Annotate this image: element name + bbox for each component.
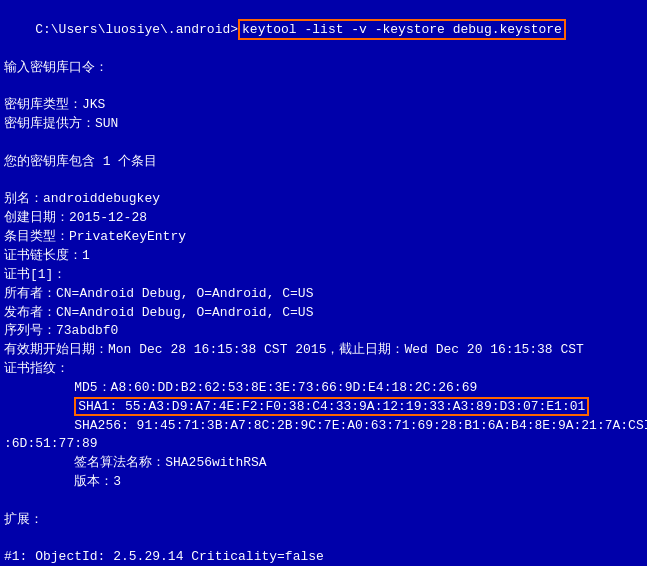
blank-line-4: [4, 492, 643, 511]
cert-fingerprint-line: 证书指纹：: [4, 360, 643, 379]
keystore-provider-line: 密钥库提供方：SUN: [4, 115, 643, 134]
terminal-window: C:\Users\luosiye\.android>keytool -list …: [0, 0, 647, 566]
sha256-cont-line: :6D:51:77:89: [4, 435, 643, 454]
issuer-line: 发布者：CN=Android Debug, O=Android, C=US: [4, 304, 643, 323]
cert-chain-line: 证书链长度：1: [4, 247, 643, 266]
csi-text: CSI: [628, 418, 647, 433]
blank-line-5: [4, 530, 643, 549]
blank-line-2: [4, 134, 643, 153]
keystore-type-line: 密钥库类型：JKS: [4, 96, 643, 115]
blank-line-3: [4, 172, 643, 191]
sha1-box: SHA1: 55:A3:D9:A7:4E:F2:F0:38:C4:33:9A:1…: [74, 397, 589, 416]
extensions-line: 扩展：: [4, 511, 643, 530]
md5-line: MD5：A8:60:DD:B2:62:53:8E:3E:73:66:9D:E4:…: [4, 379, 643, 398]
blank-line-1: [4, 77, 643, 96]
prompt-text: C:\Users\luosiye\.android>: [35, 22, 238, 37]
sha1-line: SHA1: 55:A3:D9:A7:4E:F2:F0:38:C4:33:9A:1…: [4, 398, 643, 417]
sha256-line: SHA256: 91:45:71:3B:A7:8C:2B:9C:7E:A0:63…: [4, 417, 643, 436]
ext1-line: #1: ObjectId: 2.5.29.14 Criticality=fals…: [4, 548, 643, 566]
cert-header-line: 证书[1]：: [4, 266, 643, 285]
command-line: C:\Users\luosiye\.android>keytool -list …: [4, 2, 643, 59]
alias-line: 别名：androiddebugkey: [4, 190, 643, 209]
serial-line: 序列号：73abdbf0: [4, 322, 643, 341]
version-line: 版本：3: [4, 473, 643, 492]
command-box: keytool -list -v -keystore debug.keystor…: [238, 19, 566, 40]
keystore-count-line: 您的密钥库包含 1 个条目: [4, 153, 643, 172]
valid-date-line: 有效期开始日期：Mon Dec 28 16:15:38 CST 2015，截止日…: [4, 341, 643, 360]
password-prompt: 输入密钥库口令：: [4, 59, 643, 78]
sig-algo-line: 签名算法名称：SHA256withRSA: [4, 454, 643, 473]
entry-type-line: 条目类型：PrivateKeyEntry: [4, 228, 643, 247]
owner-line: 所有者：CN=Android Debug, O=Android, C=US: [4, 285, 643, 304]
create-date-line: 创建日期：2015-12-28: [4, 209, 643, 228]
